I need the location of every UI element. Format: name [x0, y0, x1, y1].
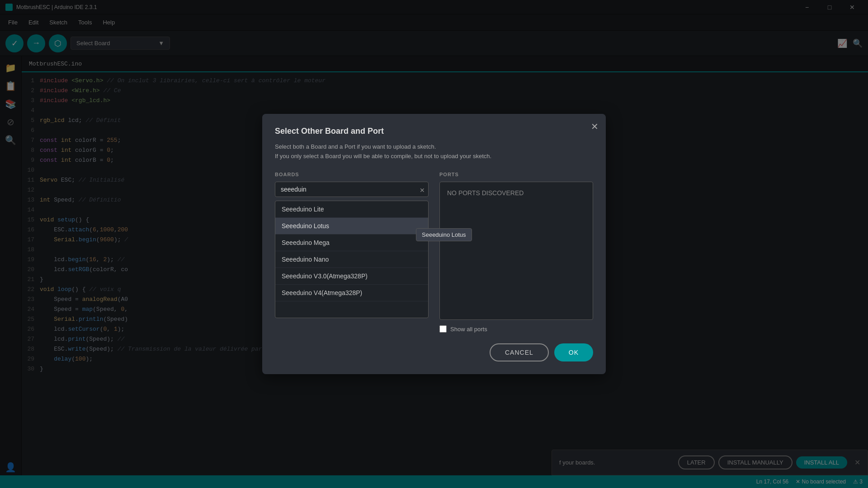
modal-title: Select Other Board and Port — [275, 127, 593, 136]
show-all-ports-checkbox[interactable] — [439, 325, 447, 333]
board-item-seeeduino-v30[interactable]: Seeeduino V3.0(Atmega328P) — [275, 268, 428, 285]
modal-columns: BOARDS ✕ Seeeduino Lite Seeeduino Lotus … — [275, 172, 593, 333]
board-item-seeeduino-nano[interactable]: Seeeduino Nano — [275, 251, 428, 268]
board-search-input[interactable] — [275, 182, 429, 197]
search-clear-icon[interactable]: ✕ — [420, 187, 425, 194]
board-item-seeeduino-v4[interactable]: Seeeduino V4(Atmega328P) — [275, 285, 428, 301]
boards-list[interactable]: Seeeduino Lite Seeeduino Lotus Seeeduino… — [275, 201, 429, 318]
ports-column: PORTS NO PORTS DISCOVERED Show all ports — [439, 172, 593, 333]
board-item-seeeduino-mega[interactable]: Seeeduino Mega — [275, 235, 428, 251]
boards-column: BOARDS ✕ Seeeduino Lite Seeeduino Lotus … — [275, 172, 429, 333]
modal-description: Select both a Board and a Port if you wa… — [275, 142, 593, 161]
board-item-seeeduino-lotus[interactable]: Seeeduino Lotus — [275, 218, 428, 235]
cancel-button[interactable]: CANCEL — [490, 343, 549, 361]
show-all-ports-row: Show all ports — [439, 325, 593, 333]
ports-panel: NO PORTS DISCOVERED — [439, 182, 593, 320]
show-all-ports-label: Show all ports — [450, 326, 487, 333]
board-item-seeeduino-lite[interactable]: Seeeduino Lite — [275, 201, 428, 218]
modal-close-button[interactable]: ✕ — [591, 121, 599, 132]
modal-desc-line1: Select both a Board and a Port if you wa… — [275, 143, 436, 150]
ok-button[interactable]: OK — [554, 343, 593, 361]
select-board-modal: Select Other Board and Port ✕ Select bot… — [262, 114, 606, 375]
modal-overlay: Select Other Board and Port ✕ Select bot… — [0, 0, 868, 488]
modal-actions: CANCEL OK — [275, 343, 593, 361]
modal-desc-line2: If you only select a Board you will be a… — [275, 153, 491, 160]
ports-label: PORTS — [439, 172, 593, 177]
search-wrapper: ✕ — [275, 182, 429, 199]
boards-label: BOARDS — [275, 172, 429, 177]
no-ports-text: NO PORTS DISCOVERED — [447, 189, 524, 197]
